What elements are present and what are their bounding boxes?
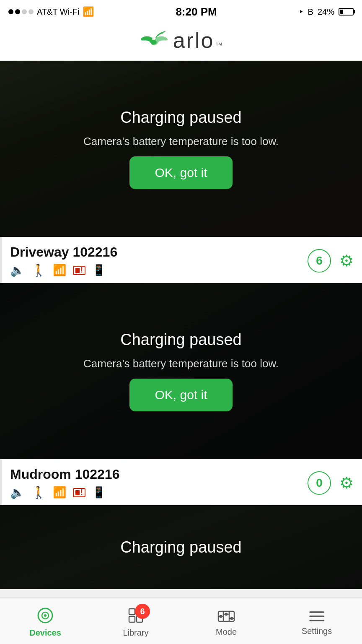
tab-settings[interactable]: Settings (272, 605, 362, 636)
tab-devices-label: Devices (29, 628, 61, 638)
batt-fill-2 (75, 490, 80, 495)
dot-3 (22, 9, 27, 14)
camera-info-left-1: Driveway 102216 🔈 🚶 📶 ! 📱 (10, 244, 117, 277)
camera-name-1: Driveway 102216 (10, 244, 117, 260)
location-icon: ‣ (299, 7, 304, 17)
dot-2 (15, 9, 20, 14)
battery-fill (340, 10, 343, 14)
alert-title-2: Charging paused (120, 331, 241, 349)
feed-content-2: Charging paused Camera's battery tempera… (83, 331, 279, 411)
tab-mode[interactable]: Mode (181, 605, 272, 637)
devices-icon (37, 607, 54, 624)
svg-point-16 (230, 617, 233, 620)
wifi-status-icon-1: 📶 (53, 264, 66, 277)
battery-icon (339, 8, 354, 16)
badge-count-2[interactable]: 0 (308, 471, 331, 495)
battery-percent: 24% (318, 7, 334, 17)
dot-1 (8, 9, 13, 14)
camera-feed-3: Charging paused (0, 505, 362, 589)
svg-point-3 (44, 614, 47, 617)
tab-mode-label: Mode (216, 627, 237, 637)
status-right: ‣ B 24% (299, 7, 354, 17)
svg-rect-4 (129, 609, 135, 615)
tab-library-icon-wrap: 6 (127, 607, 144, 626)
tab-settings-label: Settings (302, 626, 332, 636)
badge-count-1[interactable]: 6 (308, 249, 331, 273)
svg-point-0 (152, 38, 154, 40)
alert-subtitle-1: Camera's battery temperature is too low. (83, 135, 279, 148)
motion-icon-2: 🚶 (31, 486, 46, 499)
settings-icon (308, 609, 325, 624)
motion-icon-1: 🚶 (31, 263, 46, 277)
camera-info-right-1: 6 ⚙ (308, 249, 354, 273)
logo-text: arlo (173, 28, 215, 53)
status-time: 8:20 PM (176, 5, 217, 18)
app-header: arlo ™ (0, 22, 362, 61)
camera-icons-2: 🔈 🚶 📶 ! 📱 (10, 486, 119, 499)
signal-dots (8, 9, 34, 14)
logo-container: arlo ™ (140, 28, 223, 53)
bluetooth-icon: B (308, 7, 313, 17)
camera-info-row-1: Driveway 102216 🔈 🚶 📶 ! 📱 6 ⚙ (0, 237, 362, 283)
batt-fill-1 (75, 268, 80, 273)
logo-text-group: arlo ™ (173, 28, 223, 53)
camera-feed-mudroom: Charging paused Camera's battery tempera… (0, 283, 362, 459)
gear-icon-2[interactable]: ⚙ (339, 474, 354, 492)
ok-button-1[interactable]: OK, got it (129, 156, 232, 189)
svg-point-14 (225, 613, 228, 616)
feed-content-3: Charging paused (120, 538, 241, 556)
audio-icon-1: 🔈 (10, 263, 25, 277)
mode-icon (217, 608, 235, 625)
carrier-label: AT&T Wi-Fi (37, 7, 79, 17)
main-content: Charging paused Camera's battery tempera… (0, 61, 362, 636)
logo-tm: ™ (215, 41, 222, 50)
status-bar: AT&T Wi-Fi 📶 8:20 PM ‣ B 24% (0, 0, 362, 22)
feed-content-1: Charging paused Camera's battery tempera… (83, 109, 279, 189)
tab-library-label: Library (123, 628, 148, 638)
arlo-logo-icon (140, 30, 169, 51)
alert-title-3: Charging paused (120, 538, 241, 556)
library-badge: 6 (135, 604, 150, 619)
wifi-status-icon-2: 📶 (53, 486, 66, 499)
batt-exclaim-2: ! (80, 488, 83, 497)
camera-feed-driveway: Charging paused Camera's battery tempera… (0, 61, 362, 237)
camera-info-left-2: Mudroom 102216 🔈 🚶 📶 ! 📱 (10, 467, 119, 499)
camera-info-right-2: 0 ⚙ (308, 471, 354, 495)
status-left: AT&T Wi-Fi 📶 (8, 6, 94, 17)
ok-button-2[interactable]: OK, got it (129, 379, 232, 411)
gear-icon-1[interactable]: ⚙ (339, 252, 354, 270)
batt-exclaim-1: ! (80, 266, 83, 275)
device-icon-2: 📱 (92, 486, 106, 499)
wifi-icon: 📶 (83, 6, 94, 17)
tab-devices[interactable]: Devices (0, 604, 90, 638)
battery-warning-2: ! (73, 488, 85, 497)
svg-point-12 (220, 615, 222, 618)
device-icon-1: 📱 (92, 264, 106, 277)
tab-library[interactable]: 6 Library (90, 604, 181, 638)
alert-subtitle-2: Camera's battery temperature is too low. (83, 357, 279, 370)
battery-warning-1: ! (73, 266, 85, 275)
svg-rect-6 (129, 616, 135, 622)
tab-devices-icon-wrap (37, 607, 54, 626)
audio-icon-2: 🔈 (10, 486, 25, 499)
camera-icons-1: 🔈 🚶 📶 ! 📱 (10, 263, 117, 277)
camera-info-row-2: Mudroom 102216 🔈 🚶 📶 ! 📱 0 ⚙ (0, 459, 362, 505)
dot-4 (28, 9, 34, 14)
alert-title-1: Charging paused (120, 109, 241, 127)
camera-name-2: Mudroom 102216 (10, 467, 119, 482)
tab-bar: Devices 6 Library Mode (0, 597, 362, 644)
